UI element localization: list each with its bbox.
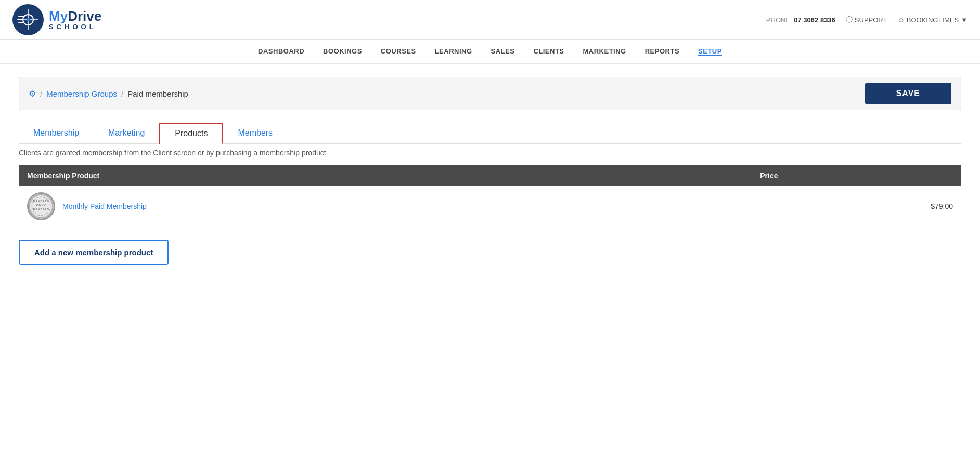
tab-products[interactable]: Products bbox=[159, 123, 223, 144]
content-area: ⚙ / Membership Groups / Paid membership … bbox=[0, 64, 980, 277]
product-link[interactable]: Monthly Paid Membership bbox=[62, 202, 147, 210]
top-right-links: PHONE 07 3062 8336 ⓘ SUPPORT ☺ BOOKINGTI… bbox=[766, 15, 968, 24]
logo-text: MyDrive SCHOOL bbox=[49, 9, 101, 31]
product-cell: MEMBERS ONLY MEMBERS Monthly Paid Member… bbox=[27, 192, 743, 220]
nav-clients[interactable]: CLIENTS bbox=[533, 47, 564, 56]
phone-number: 07 3062 8336 bbox=[794, 16, 835, 24]
gear-icon: ⚙ bbox=[29, 89, 36, 99]
logo-drive: Drive bbox=[68, 8, 101, 24]
bookingtimes-link[interactable]: ☺ BOOKINGTIMES ▼ bbox=[897, 16, 968, 24]
breadcrumb-membership-groups[interactable]: Membership Groups bbox=[46, 89, 117, 98]
phone-info: PHONE 07 3062 8336 bbox=[766, 16, 835, 24]
tab-marketing[interactable]: Marketing bbox=[94, 123, 159, 143]
breadcrumb-bar: ⚙ / Membership Groups / Paid membership … bbox=[19, 77, 961, 110]
nav-dashboard[interactable]: DASHBOARD bbox=[258, 47, 304, 56]
logo-school: SCHOOL bbox=[49, 23, 101, 31]
svg-text:MEMBERS: MEMBERS bbox=[33, 208, 49, 211]
table-header-row: Membership Product Price bbox=[19, 165, 961, 186]
save-button[interactable]: SAVE bbox=[865, 83, 951, 104]
product-price-cell: $79.00 bbox=[752, 186, 961, 227]
svg-point-4 bbox=[27, 18, 30, 21]
table-row: MEMBERS ONLY MEMBERS Monthly Paid Member… bbox=[19, 186, 961, 227]
question-icon: ⓘ bbox=[846, 15, 853, 24]
nav-learning[interactable]: LEARNING bbox=[435, 47, 472, 56]
col-price: Price bbox=[752, 165, 961, 186]
tab-members[interactable]: Members bbox=[223, 123, 287, 143]
support-label: SUPPORT bbox=[855, 16, 887, 24]
nav-reports[interactable]: REPORTS bbox=[645, 47, 679, 56]
breadcrumb-current: Paid membership bbox=[127, 89, 188, 98]
nav-marketing[interactable]: MARKETING bbox=[583, 47, 626, 56]
nav-setup[interactable]: SETUP bbox=[698, 47, 722, 56]
breadcrumb-sep-1: / bbox=[40, 89, 42, 98]
nav-bookings[interactable]: BOOKINGS bbox=[323, 47, 362, 56]
breadcrumb-sep-2: / bbox=[121, 89, 123, 98]
product-name-cell: MEMBERS ONLY MEMBERS Monthly Paid Member… bbox=[19, 186, 752, 227]
tabs: Membership Marketing Products Members bbox=[19, 123, 961, 144]
main-nav: DASHBOARD BOOKINGS COURSES LEARNING SALE… bbox=[0, 40, 980, 64]
logo-my: My bbox=[49, 8, 68, 24]
support-link[interactable]: ⓘ SUPPORT bbox=[846, 15, 887, 24]
members-only-badge: MEMBERS ONLY MEMBERS bbox=[27, 192, 55, 220]
col-membership-product: Membership Product bbox=[19, 165, 752, 186]
user-icon: ☺ bbox=[897, 16, 904, 24]
tab-membership[interactable]: Membership bbox=[19, 123, 94, 143]
logo-area: MyDrive SCHOOL bbox=[12, 4, 101, 35]
product-table: Membership Product Price MEMBERS ONLY bbox=[19, 165, 961, 227]
breadcrumb: ⚙ / Membership Groups / Paid membership bbox=[29, 89, 188, 99]
svg-text:MEMBERS: MEMBERS bbox=[33, 200, 49, 203]
logo-icon bbox=[12, 4, 44, 35]
add-membership-product-button[interactable]: Add a new membership product bbox=[19, 240, 169, 265]
dropdown-icon: ▼ bbox=[961, 16, 968, 24]
nav-courses[interactable]: COURSES bbox=[381, 47, 416, 56]
products-description: Clients are granted membership from the … bbox=[19, 149, 961, 157]
bookingtimes-label: BOOKINGTIMES bbox=[907, 16, 959, 24]
phone-label: PHONE bbox=[766, 16, 790, 24]
svg-text:ONLY: ONLY bbox=[36, 203, 46, 207]
nav-sales[interactable]: SALES bbox=[491, 47, 515, 56]
top-bar: MyDrive SCHOOL PHONE 07 3062 8336 ⓘ SUPP… bbox=[0, 0, 980, 40]
